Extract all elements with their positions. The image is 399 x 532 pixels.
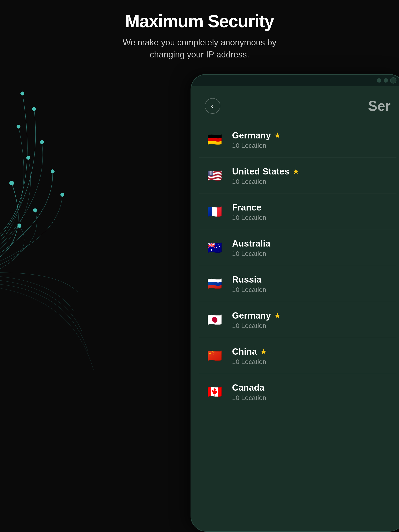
flag-china: 🇨🇳 (205, 346, 224, 366)
server-name-row: Australia (232, 238, 270, 249)
flag-russia: 🇷🇺 (205, 274, 224, 293)
camera-dot-2 (384, 78, 388, 82)
flag-canada: 🇨🇦 (205, 382, 224, 402)
server-location: 10 Location (232, 142, 281, 149)
server-item-united-states[interactable]: 🇺🇸 United States ★ 10 Location (199, 158, 396, 194)
server-item-germany2[interactable]: 🇯🇵 Germany ★ 10 Location (199, 302, 396, 338)
star-icon: ★ (274, 131, 281, 140)
server-name-row: China ★ (232, 346, 267, 357)
back-arrow-icon: ‹ (211, 102, 213, 109)
page-title: Maximum Security (0, 12, 399, 31)
server-name-row: Russia (232, 274, 266, 285)
server-list: 🇩🇪 Germany ★ 10 Location 🇺🇸 United State… (191, 122, 399, 410)
server-name: Canada (232, 382, 264, 393)
server-info-china: China ★ 10 Location (232, 346, 267, 366)
star-icon: ★ (260, 347, 267, 356)
device-top-bar (191, 75, 399, 86)
server-location: 10 Location (232, 394, 266, 402)
app-header: ‹ Ser (191, 86, 399, 122)
flag-france: 🇫🇷 (205, 202, 224, 222)
app-screen: ‹ Ser 🇩🇪 Germany ★ 10 Location 🇺🇸 (191, 86, 399, 531)
server-name: China (232, 346, 257, 357)
server-name: Germany (232, 310, 271, 321)
flag-australia: 🇦🇺 (205, 238, 224, 257)
server-name-row: Germany ★ (232, 130, 281, 141)
server-name: Australia (232, 238, 270, 249)
server-info-australia: Australia 10 Location (232, 238, 270, 257)
server-item-canada[interactable]: 🇨🇦 Canada 10 Location (199, 374, 396, 410)
star-icon: ★ (292, 167, 299, 176)
server-info-france: France 10 Location (232, 202, 266, 222)
server-info-russia: Russia 10 Location (232, 274, 266, 293)
server-name: United States (232, 166, 289, 177)
back-button[interactable]: ‹ (205, 98, 220, 114)
network-background (0, 58, 140, 409)
server-info-canada: Canada 10 Location (232, 382, 266, 402)
server-item-france[interactable]: 🇫🇷 France 10 Location (199, 194, 396, 230)
camera-lens (390, 77, 396, 83)
server-item-australia[interactable]: 🇦🇺 Australia 10 Location (199, 230, 396, 266)
flag-united-states: 🇺🇸 (205, 166, 224, 185)
server-name: France (232, 202, 261, 213)
server-location: 10 Location (232, 358, 267, 366)
server-name: Germany (232, 130, 271, 141)
server-location: 10 Location (232, 322, 281, 329)
server-info-germany2: Germany ★ 10 Location (232, 310, 281, 329)
server-name-row: Germany ★ (232, 310, 281, 321)
server-info-germany: Germany ★ 10 Location (232, 130, 281, 149)
server-name-row: United States ★ (232, 166, 299, 177)
server-info-united-states: United States ★ 10 Location (232, 166, 299, 185)
server-item-russia[interactable]: 🇷🇺 Russia 10 Location (199, 266, 396, 302)
server-name-row: Canada (232, 382, 266, 393)
server-name-row: France (232, 202, 266, 213)
page-subtitle: We make you completely anonymous bychang… (0, 36, 399, 60)
flag-japan: 🇯🇵 (205, 310, 224, 329)
server-item-china[interactable]: 🇨🇳 China ★ 10 Location (199, 338, 396, 374)
camera-dot-1 (377, 78, 381, 82)
screen-title-partial: Ser (368, 98, 391, 114)
server-location: 10 Location (232, 286, 266, 293)
flag-germany: 🇩🇪 (205, 130, 224, 149)
server-name: Russia (232, 274, 261, 285)
page-header: Maximum Security We make you completely … (0, 12, 399, 60)
server-location: 10 Location (232, 250, 270, 257)
server-item-germany[interactable]: 🇩🇪 Germany ★ 10 Location (199, 122, 396, 158)
server-location: 10 Location (232, 178, 299, 185)
server-location: 10 Location (232, 214, 266, 222)
device-mockup: ‹ Ser 🇩🇪 Germany ★ 10 Location 🇺🇸 (191, 74, 399, 532)
star-icon: ★ (274, 311, 281, 320)
